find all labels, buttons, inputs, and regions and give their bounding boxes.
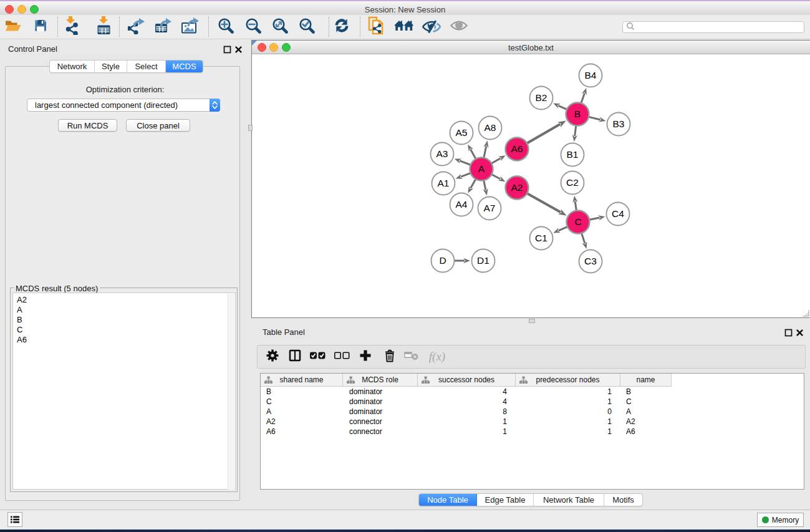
tab-network[interactable]: Network: [50, 60, 95, 72]
zoom-fit-button[interactable]: [272, 17, 288, 36]
network-graph[interactable]: B4B2BB3A8A5A6A3B1AC2A1A2A4A7C4CC1DD1C3: [252, 54, 809, 318]
column-header-predecessor-nodes[interactable]: predecessor nodes: [516, 374, 620, 386]
splitter-handle-horizontal[interactable]: [529, 319, 535, 323]
memory-button[interactable]: Memory: [757, 513, 804, 527]
node-table[interactable]: shared name MCDS role successor nodes pr…: [260, 373, 804, 490]
table-row[interactable]: A6connector11A6: [261, 427, 804, 437]
table-row[interactable]: Adominator80A: [261, 407, 804, 417]
control-panel-close-icon[interactable]: [234, 45, 243, 53]
function-builder-button[interactable]: f(x): [429, 350, 445, 364]
criterion-dropdown[interactable]: largest connected component (directed): [27, 99, 220, 112]
tab-node-table[interactable]: Node Table: [419, 494, 477, 506]
edge-A6-B[interactable]: [526, 124, 560, 143]
memory-label: Memory: [772, 516, 799, 525]
edge-B-B3[interactable]: [588, 117, 600, 120]
network-window-titlebar[interactable]: testGlobe.txt: [252, 41, 810, 54]
edge-A-A7[interactable]: [484, 180, 486, 190]
table-row[interactable]: A2connector11A2: [261, 417, 804, 427]
create-column-button[interactable]: [359, 349, 372, 364]
edge-C-C2[interactable]: [575, 201, 576, 211]
open-session-button[interactable]: [4, 18, 22, 36]
mcds-result-list[interactable]: A2ABCA6: [12, 293, 236, 490]
refresh-view-button[interactable]: [334, 17, 350, 36]
edge-A-A6[interactable]: [491, 158, 501, 164]
edge-B-B1[interactable]: [575, 125, 576, 136]
edge-C-C4[interactable]: [589, 218, 599, 220]
table-row[interactable]: Cdominator41C: [261, 397, 804, 407]
show-column-button[interactable]: [289, 349, 301, 364]
home-layout-button[interactable]: [394, 19, 414, 35]
tab-style[interactable]: Style: [95, 60, 127, 72]
edge-C-C3[interactable]: [581, 233, 585, 244]
mcds-result-item[interactable]: A2: [17, 295, 27, 305]
column-header-name[interactable]: name: [620, 374, 672, 386]
zoom-in-icon: [218, 17, 234, 36]
import-table-button[interactable]: [95, 16, 112, 37]
hide-graphics-details-button[interactable]: [422, 17, 441, 37]
network-from-file-icon: [368, 16, 384, 37]
tab-edge-table[interactable]: Edge Table: [477, 494, 534, 506]
show-graphics-details-button[interactable]: [450, 19, 468, 34]
mcds-result-item[interactable]: C: [17, 325, 27, 335]
edge-A-A8[interactable]: [484, 146, 486, 158]
optimization-criterion-label: Optimization criterion:: [8, 85, 242, 94]
tab-label: Motifs: [612, 495, 634, 505]
mcds-result-item[interactable]: A6: [17, 335, 27, 345]
zoom-selected-button[interactable]: [299, 17, 315, 36]
edge-A-A3[interactable]: [460, 161, 471, 165]
edge-A-A2[interactable]: [491, 174, 500, 179]
table-row[interactable]: Bdominator41B: [261, 387, 804, 397]
edge-B-B2[interactable]: [558, 105, 567, 110]
delete-table-button[interactable]: [404, 351, 419, 363]
column-label: predecessor nodes: [536, 375, 599, 384]
control-panel-float-icon[interactable]: [223, 45, 231, 53]
window-resize-grip[interactable]: [802, 309, 809, 317]
table-header-row: shared name MCDS role successor nodes pr…: [261, 374, 672, 387]
unselect-all-columns-button[interactable]: [334, 351, 350, 364]
edge-B-B4[interactable]: [581, 93, 585, 104]
edge-C-C1[interactable]: [558, 226, 568, 231]
delete-columns-icon: [383, 349, 396, 365]
tab-mcds[interactable]: MCDS: [166, 60, 203, 72]
run-mcds-button[interactable]: Run MCDS: [58, 119, 117, 132]
result-scrollbar[interactable]: [228, 294, 234, 490]
network-from-file-button[interactable]: [368, 16, 384, 37]
network-canvas[interactable]: B4B2BB3A8A5A6A3B1AC2A1A2A4A7C4CC1DD1C3: [252, 54, 810, 317]
tab-select[interactable]: Select: [127, 60, 166, 72]
edge-A2-C[interactable]: [526, 193, 561, 213]
mcds-result-item[interactable]: B: [17, 315, 27, 325]
delete-columns-button[interactable]: [383, 349, 396, 365]
export-image-button[interactable]: [181, 17, 200, 37]
hide-graphics-details-icon: [422, 17, 441, 37]
tab-motifs[interactable]: Motifs: [604, 494, 642, 506]
table-panel-float-icon[interactable]: [784, 328, 793, 336]
zoom-in-button[interactable]: [218, 17, 234, 36]
node-label-C3: C3: [584, 256, 597, 266]
splitter-handle[interactable]: [248, 125, 253, 131]
mcds-result-item[interactable]: A: [17, 305, 27, 315]
edge-A-A4[interactable]: [471, 178, 476, 188]
edge-A-A5[interactable]: [470, 149, 476, 159]
table-cell: 1: [261, 427, 612, 436]
column-header-successor-nodes[interactable]: successor nodes: [418, 374, 516, 386]
tab-network-table[interactable]: Network Table: [534, 494, 604, 506]
export-network-button[interactable]: [128, 17, 145, 37]
select-all-columns-icon: [310, 351, 326, 364]
search-input[interactable]: [622, 21, 804, 33]
table-options-button[interactable]: [266, 349, 279, 364]
task-history-button[interactable]: [7, 512, 22, 527]
table-cell: A2: [626, 417, 635, 426]
edge-A-A1[interactable]: [461, 173, 471, 177]
import-network-button[interactable]: [64, 16, 80, 37]
export-table-button[interactable]: [155, 17, 172, 37]
status-bar: [0, 510, 810, 530]
save-session-button[interactable]: [33, 18, 48, 36]
select-all-columns-button[interactable]: [310, 351, 326, 364]
table-cell: 1: [261, 397, 612, 406]
close-panel-button[interactable]: Close panel: [126, 119, 190, 132]
column-header-MCDS-role[interactable]: MCDS role: [343, 374, 418, 386]
table-panel-close-icon[interactable]: [796, 328, 804, 336]
table-panel-tabs: Node TableEdge TableNetwork TableMotifs: [418, 493, 643, 506]
column-header-shared-name[interactable]: shared name: [261, 374, 343, 386]
zoom-out-button[interactable]: [245, 17, 261, 36]
